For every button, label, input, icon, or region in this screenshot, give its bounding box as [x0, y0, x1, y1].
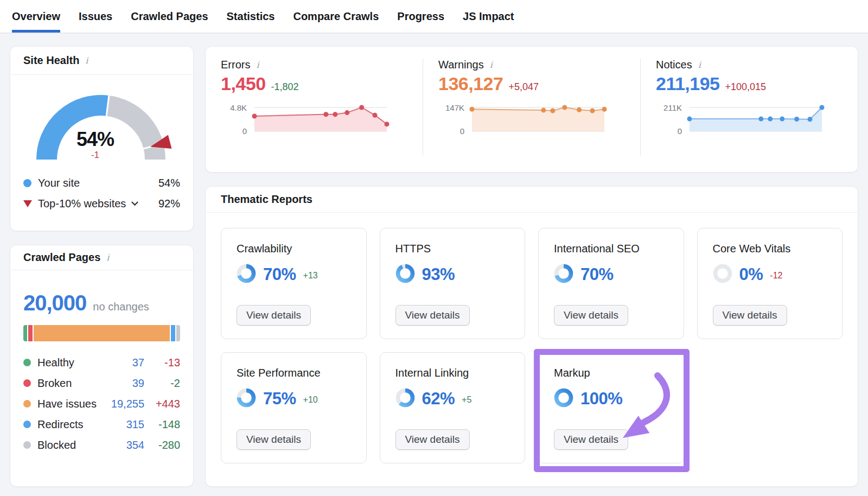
tab-compare-crawls[interactable]: Compare Crawls [293, 0, 379, 33]
broken-value[interactable]: 39 [105, 377, 144, 390]
warnings-title: Warnings [438, 59, 484, 71]
crawl-row-redirects: Redirects 315 -148 [23, 414, 180, 435]
gauge-score: 54% [25, 128, 166, 151]
warnings-axis-zero: 0 [460, 126, 464, 136]
thematic-grid: Crawlability 70% +13 View details HTTPS … [206, 213, 858, 479]
crawlability-delta: +13 [303, 271, 318, 281]
info-icon[interactable]: i [255, 60, 260, 70]
site-performance-delta: +10 [303, 395, 318, 405]
https-pct: 93% [422, 265, 455, 284]
redirects-value[interactable]: 315 [105, 418, 144, 431]
redirects-delta: -148 [144, 418, 180, 431]
errors-value[interactable]: 1,450 [221, 73, 266, 94]
triangle-down-icon [23, 200, 32, 207]
tab-issues[interactable]: Issues [79, 0, 112, 33]
https-view-details-button[interactable]: View details [395, 305, 470, 326]
markup-pct: 100% [580, 389, 622, 409]
crawlability-title: Crawlability [237, 243, 351, 255]
crawl-row-have-issues: Have issues 19,255 +443 [23, 393, 180, 414]
crawl-row-broken: Broken 39 -2 [23, 373, 180, 393]
site-performance-donut [237, 388, 256, 410]
healthy-label: Healthy [37, 357, 74, 369]
healthy-value[interactable]: 37 [105, 357, 144, 369]
left-column: Site Health i 54% -1 Your site 54% [10, 46, 194, 487]
markup-view-details-button[interactable]: View details [554, 429, 628, 450]
errors-title: Errors [221, 59, 250, 71]
have-issues-value[interactable]: 19,255 [105, 398, 144, 410]
core-web-vitals-donut [713, 264, 732, 285]
international-seo-view-details-button[interactable]: View details [554, 305, 628, 326]
report-card-site-performance: Site Performance 75% +10 View details [221, 352, 367, 463]
stat-errors: Errors i 1,450 -1,802 4.8K 0 [206, 59, 423, 156]
site-health-gauge: 54% -1 [25, 82, 179, 165]
top10-label: Top-10% websites [38, 198, 126, 210]
blocked-delta: -280 [144, 439, 180, 452]
right-column: Errors i 1,450 -1,802 4.8K 0 [205, 46, 858, 487]
tab-js-impact[interactable]: JS Impact [463, 0, 514, 33]
crawled-pages-header: Crawled Pages i [10, 245, 193, 270]
internal-linking-donut [395, 388, 415, 410]
https-donut [395, 264, 415, 285]
info-icon[interactable]: i [105, 252, 110, 263]
info-icon[interactable]: i [697, 60, 702, 70]
your-site-label: Your site [38, 177, 80, 189]
notices-value[interactable]: 211,195 [656, 73, 720, 94]
healthy-delta: -13 [144, 357, 180, 369]
markup-donut [554, 388, 573, 410]
crawlability-view-details-button[interactable]: View details [237, 305, 311, 326]
top-nav: Overview Issues Crawled Pages Statistics… [0, 0, 868, 34]
site-performance-title: Site Performance [237, 367, 351, 379]
internal-linking-view-details-button[interactable]: View details [395, 429, 470, 450]
internal-linking-delta: +5 [462, 395, 471, 405]
blocked-value[interactable]: 354 [105, 439, 144, 452]
site-performance-pct: 75% [263, 389, 296, 409]
site-health-title: Site Health [23, 54, 79, 67]
crawled-total: 20,000 [23, 291, 86, 315]
your-site-value: 54% [158, 177, 180, 189]
info-icon[interactable]: i [489, 60, 494, 70]
core-web-vitals-view-details-button[interactable]: View details [713, 305, 787, 326]
notices-axis: 211K 0 [656, 101, 682, 136]
broken-delta: -2 [144, 377, 180, 390]
errors-axis-max: 4.8K [230, 103, 247, 112]
info-icon[interactable]: i [84, 55, 89, 66]
top10-value: 92% [158, 198, 180, 210]
tab-progress[interactable]: Progress [397, 0, 444, 33]
internal-linking-pct: 62% [422, 389, 455, 409]
international-seo-pct: 70% [580, 265, 614, 284]
tab-statistics[interactable]: Statistics [227, 0, 275, 33]
errors-axis: 4.8K 0 [221, 101, 247, 136]
report-card-international-seo: International SEO 70% View details [538, 228, 684, 339]
content-area: Site Health i 54% -1 Your site 54% [0, 34, 868, 496]
have-issues-dot-icon [23, 400, 31, 408]
blocked-label: Blocked [37, 439, 76, 452]
chevron-down-icon[interactable] [131, 199, 138, 206]
redirects-dot-icon [23, 421, 31, 428]
errors-axis-zero: 0 [242, 126, 247, 136]
legend-row-top10: Top-10% websites 92% [23, 193, 180, 214]
crawled-pages-stacked-bar [23, 325, 180, 341]
warnings-axis-max: 147K [445, 103, 464, 112]
stat-warnings: Warnings i 136,127 +5,047 147K 0 [423, 59, 640, 156]
site-health-legend: Your site 54% Top-10% websites 92% [10, 168, 193, 214]
warnings-delta: +5,047 [508, 81, 539, 93]
tab-overview[interactable]: Overview [12, 0, 60, 33]
crawlability-pct: 70% [263, 265, 296, 284]
errors-delta: -1,802 [271, 81, 299, 93]
redirects-label: Redirects [37, 418, 83, 431]
your-site-dot-icon [23, 179, 31, 187]
thematic-reports-card: Thematic Reports Crawlability 70% +13 Vi… [205, 186, 858, 487]
warnings-sparkline [469, 101, 609, 138]
crawl-row-healthy: Healthy 37 -13 [23, 352, 180, 373]
crawled-total-row: 20,000 no changes [23, 291, 180, 315]
crawled-pages-card: Crawled Pages i 20,000 no changes Health… [10, 245, 194, 487]
site-performance-view-details-button[interactable]: View details [237, 429, 311, 450]
legend-row-your-site: Your site 54% [23, 173, 180, 193]
site-audit-overview-page: Overview Issues Crawled Pages Statistics… [0, 0, 868, 496]
warnings-value[interactable]: 136,127 [438, 73, 503, 94]
tab-crawled-pages[interactable]: Crawled Pages [131, 0, 208, 33]
report-card-core-web-vitals: Core Web Vitals 0% -12 View details [697, 228, 843, 339]
report-card-crawlability: Crawlability 70% +13 View details [221, 228, 367, 339]
issues-stats-card: Errors i 1,450 -1,802 4.8K 0 [205, 46, 858, 173]
crawl-row-blocked: Blocked 354 -280 [23, 435, 180, 455]
